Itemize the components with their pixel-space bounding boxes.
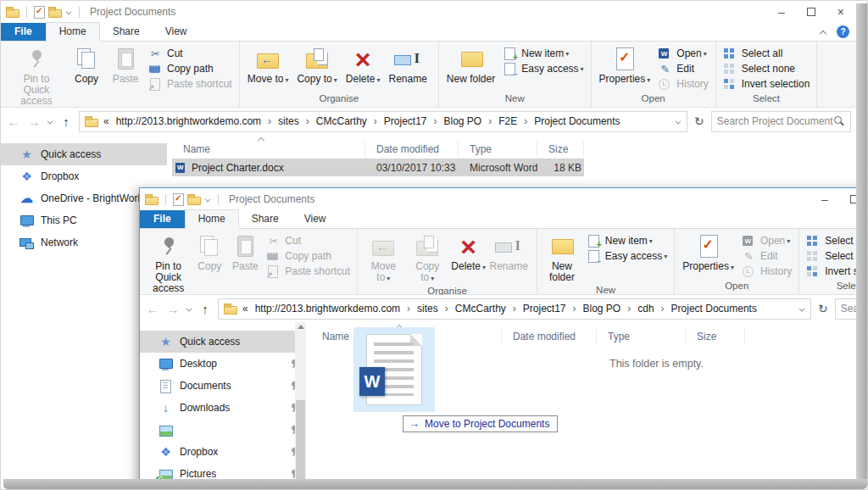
sidebar-item[interactable]: Desktop (140, 353, 306, 375)
ribbon-button[interactable]: Cut (264, 233, 352, 248)
customize-toolbar-icon[interactable] (66, 9, 71, 14)
ribbon-button[interactable]: Easy access▾ (585, 248, 669, 264)
breadcrumb-segment[interactable]: sites (276, 115, 301, 127)
breadcrumb-segment[interactable]: Project17 (521, 303, 568, 315)
ribbon-button[interactable]: Paste shortcut (147, 76, 234, 92)
ribbon-button[interactable]: Paste (227, 231, 263, 296)
ribbon-button[interactable]: Paste (106, 44, 145, 109)
sidebar-item[interactable]: Quick access (140, 331, 306, 353)
tab-file[interactable]: File (1, 23, 46, 41)
ribbon-button[interactable]: Rename (385, 44, 431, 93)
ribbon-button[interactable]: History (740, 264, 793, 279)
ribbon-button[interactable]: Edit (740, 248, 793, 264)
address-dropdown-icon[interactable] (799, 306, 804, 311)
scrollbar[interactable] (295, 322, 306, 490)
column-header[interactable]: Type (597, 329, 686, 344)
close-button[interactable]: × (837, 6, 844, 18)
up-button[interactable]: ↑ (58, 114, 74, 129)
tab-home[interactable]: Home (46, 22, 100, 42)
ribbon-button[interactable]: Cut (147, 46, 234, 61)
properties-qat-icon[interactable] (34, 6, 45, 19)
ribbon-button[interactable]: Edit (656, 61, 709, 76)
back-button[interactable]: ← (145, 302, 160, 316)
breadcrumb-segment[interactable]: Project17 (382, 115, 429, 127)
sidebar-item[interactable]: Dropbox (140, 441, 306, 463)
breadcrumb-segment[interactable]: http://2013.brightworkdemo.com (114, 115, 263, 127)
forward-button[interactable]: → (26, 114, 42, 129)
sidebar-item[interactable]: Quick access (1, 143, 167, 165)
minimize-button[interactable]: – (778, 6, 785, 18)
ribbon-button[interactable]: New item▾ (501, 46, 585, 61)
scrollbar-thumb[interactable] (296, 400, 305, 490)
address-bar[interactable]: « ›http://2013.brightworkdemo.com›sites›… (79, 111, 687, 132)
column-header[interactable]: Size (537, 142, 584, 157)
ribbon-button[interactable]: Copy path (147, 61, 234, 76)
tab-home[interactable]: Home (185, 209, 239, 229)
ribbon-button[interactable]: New folder (442, 44, 499, 93)
ribbon-button[interactable]: Copy path (264, 248, 352, 264)
back-button[interactable]: ← (6, 114, 21, 129)
ribbon-button[interactable]: Copy (192, 231, 227, 296)
ribbon-button[interactable]: Invert selection (721, 76, 812, 92)
tab-share[interactable]: Share (239, 210, 292, 228)
up-button[interactable]: ↑ (198, 302, 213, 316)
recent-locations-icon[interactable] (47, 119, 53, 124)
search-input[interactable]: Search Project Documents (711, 111, 851, 132)
customize-toolbar-icon[interactable] (205, 197, 210, 202)
column-header[interactable]: Name (172, 142, 365, 157)
ribbon-button[interactable]: Select none (721, 61, 812, 76)
breadcrumb-segment[interactable]: sites (415, 303, 440, 315)
sidebar-item[interactable]: Documents (140, 375, 306, 397)
breadcrumb-segment[interactable]: cdh (636, 303, 655, 315)
tab-view[interactable]: View (292, 210, 339, 228)
sidebar-item[interactable]: Downloads (140, 397, 306, 419)
breadcrumb-segment[interactable]: Blog PO (581, 303, 623, 315)
ribbon-button[interactable]: History (656, 76, 709, 92)
ribbon-button[interactable]: New folder (541, 231, 583, 285)
breadcrumb-overflow[interactable]: « (103, 115, 109, 127)
ribbon-button[interactable]: Select all (721, 46, 812, 61)
maximize-button[interactable] (807, 8, 815, 16)
ribbon-button[interactable]: Move to▾ (361, 231, 406, 286)
tab-view[interactable]: View (153, 23, 200, 41)
breadcrumb-segment[interactable]: CMcCarthy (453, 303, 508, 315)
ribbon-button[interactable]: Properties▾ (678, 231, 738, 281)
new-folder-qat-icon[interactable] (48, 7, 62, 18)
new-folder-qat-icon[interactable] (187, 194, 201, 205)
column-header[interactable]: Size (686, 329, 745, 344)
breadcrumb-segment[interactable]: Project Documents (532, 115, 621, 127)
breadcrumb-segment[interactable]: F2E (497, 115, 519, 127)
column-header[interactable]: Type (459, 142, 537, 157)
refresh-icon[interactable]: ↻ (694, 114, 704, 128)
breadcrumb-overflow[interactable]: « (242, 303, 248, 315)
ribbon-button[interactable]: Paste shortcut (264, 264, 352, 279)
ribbon-button[interactable]: Copy to▾ (406, 231, 449, 286)
breadcrumb-segment[interactable]: CMcCarthy (314, 115, 369, 127)
breadcrumb-segment[interactable]: Project Documents (670, 303, 759, 315)
forward-button[interactable]: → (165, 302, 181, 316)
properties-qat-icon[interactable] (173, 193, 184, 206)
minimize-button[interactable]: – (821, 193, 828, 205)
scroll-up-icon[interactable] (298, 325, 304, 329)
tab-file[interactable]: File (140, 210, 185, 228)
column-header[interactable]: Date modified (502, 329, 597, 344)
file-row[interactable]: Project Charter.docx 03/10/2017 10:33 Mi… (172, 159, 584, 176)
ribbon-button[interactable]: Properties▾ (595, 44, 655, 93)
breadcrumb-segment[interactable]: http://2013.brightworkdemo.com (253, 303, 402, 315)
ribbon-button[interactable]: Pin to Quick access (6, 44, 67, 109)
sidebar-item[interactable]: Dropbox (1, 165, 167, 187)
help-button[interactable]: ? (837, 25, 849, 38)
address-dropdown-icon[interactable] (676, 119, 681, 124)
sidebar-item[interactable] (140, 419, 306, 441)
tab-share[interactable]: Share (100, 23, 153, 41)
recent-locations-icon[interactable] (186, 306, 192, 311)
ribbon-button[interactable]: Easy access▾ (501, 61, 585, 76)
column-header[interactable]: Date modified (365, 142, 459, 157)
ribbon-button[interactable]: Open▾ (740, 233, 793, 248)
ribbon-button[interactable]: Rename (487, 231, 530, 286)
ribbon-button[interactable]: Move to▾ (243, 44, 293, 93)
breadcrumb-segment[interactable]: Blog PO (442, 115, 484, 127)
address-bar[interactable]: « ›http://2013.brightworkdemo.com›sites›… (218, 298, 811, 320)
ribbon-button[interactable]: Delete▾ (449, 231, 488, 286)
refresh-icon[interactable]: ↻ (818, 302, 828, 315)
